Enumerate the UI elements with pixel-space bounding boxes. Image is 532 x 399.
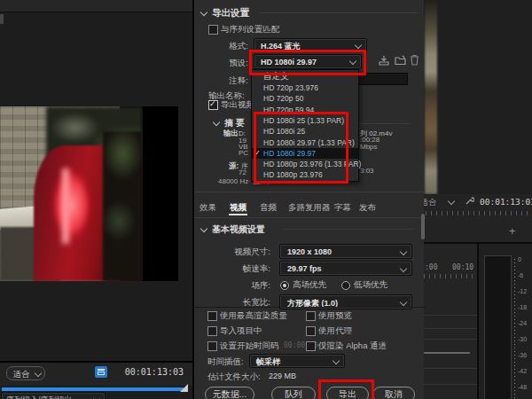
dialog-scrollbar[interactable]: [421, 214, 425, 239]
preset-menu-item-selected[interactable]: HD 1080i 29.97: [252, 148, 358, 159]
source-range-bar[interactable]: [2, 387, 184, 391]
chevron-down-icon: [400, 265, 407, 272]
preset-menu-item[interactable]: HD 1080p 23.976: [252, 169, 358, 180]
crop-icon-glyph: [98, 369, 105, 371]
audio-meter-panel: 0 -6 -12 -18 -24 -30 -36 -42 -48: [479, 244, 532, 399]
preset-menu-item[interactable]: 自定义: [252, 70, 358, 82]
metadata-button[interactable]: 元数据...: [205, 387, 254, 399]
use-previews-checkbox[interactable]: [306, 311, 316, 321]
cancel-button[interactable]: 取消: [372, 387, 415, 399]
framerate-label: 帧速率:: [217, 263, 270, 275]
crop-icon[interactable]: [95, 366, 107, 378]
tab-video[interactable]: 视频: [230, 202, 246, 214]
preset-menu-item[interactable]: HD 720p 59.94: [252, 105, 358, 115]
track-item[interactable]: [424, 352, 470, 354]
aspect-value: 方形像素 (1.0): [287, 298, 338, 309]
preset-menu-item[interactable]: HD 1080i 29.97 (1.33 PAR): [252, 137, 358, 148]
fit-dropdown[interactable]: 适合: [6, 366, 45, 380]
tab-publish[interactable]: 发布: [359, 202, 376, 214]
export-video-checkbox[interactable]: [208, 100, 218, 110]
field-order-label: 场序:: [217, 280, 270, 292]
dialog-title: 导出设置: [212, 7, 249, 20]
preset-dropdown[interactable]: HD 1080i 29.97: [254, 54, 362, 69]
tab-effects[interactable]: 效果: [200, 202, 216, 214]
chevron-down-icon: [35, 370, 42, 377]
preset-menu-item[interactable]: HD 1080p 23.976 (1.33 PAR): [252, 159, 358, 169]
import-project-label: 导入项目中: [220, 325, 262, 337]
add-marker-icon[interactable]: +: [509, 224, 516, 238]
video-size-label: 视频尺寸:: [217, 246, 270, 258]
tab-audio[interactable]: 音频: [260, 202, 277, 214]
chevron-down-icon: [448, 198, 455, 205]
import-preset-icon[interactable]: [395, 55, 406, 66]
framerate-dropdown[interactable]: 29.97 fps: [279, 261, 412, 276]
divider: [194, 217, 426, 218]
monitor-ruler[interactable]: [426, 211, 530, 215]
use-proxies-checkbox[interactable]: [306, 326, 316, 336]
track-divider: [424, 315, 478, 316]
preset-menu-item[interactable]: HD 1080i 25 (1.33 PAR): [252, 115, 358, 126]
framerate-value: 29.97 fps: [287, 264, 322, 273]
chevron-down-icon: [355, 42, 362, 49]
start-timecode-label: 设置开始时间码: [220, 340, 279, 352]
time-interp-label: 时间插值:: [207, 356, 244, 368]
preview-timecode: 00:01:13:03: [125, 367, 184, 377]
chevron-down-icon: [400, 299, 407, 306]
export-settings-dialog: 导出设置 与序列设置匹配 格式: H.264 蓝光 预设: HD 1080i 2…: [192, 0, 424, 399]
render-alpha-checkbox[interactable]: [306, 341, 316, 351]
divider: [258, 12, 418, 13]
video-size-value: 1920 x 1080: [287, 247, 332, 256]
use-previews-label: 使用预览: [318, 310, 352, 322]
summary-fragment: 3:03: [360, 167, 374, 175]
source-range-dropdown[interactable]: 序列切入/序列切出: [1, 392, 106, 399]
format-dropdown[interactable]: H.264 蓝光: [254, 38, 367, 52]
summary-title: 摘要: [224, 117, 247, 129]
timeline-ruler-label: :00: [425, 263, 437, 271]
import-project-checkbox[interactable]: [207, 326, 217, 336]
monitor-timecode: 00:01:13:03: [480, 197, 532, 207]
format-label: 格式:: [213, 41, 248, 52]
start-timecode-checkbox[interactable]: [207, 341, 217, 351]
meter-scale-label: 0: [518, 256, 521, 262]
program-monitor-video-sliver: [425, 0, 437, 194]
monitor-controls: 适合 00:01:13:03: [424, 194, 532, 208]
collapse-chevron-icon[interactable]: [200, 225, 207, 232]
preset-value: HD 1080i 29.97: [261, 58, 317, 66]
field-upper-radio[interactable]: [280, 281, 289, 290]
video-size-dropdown[interactable]: 1920 x 1080: [279, 244, 412, 259]
meter-scale-label: -48: [518, 384, 527, 390]
time-interp-dropdown[interactable]: 帧采样: [249, 354, 345, 368]
collapse-chevron-icon[interactable]: [213, 119, 220, 126]
max-quality-checkbox[interactable]: [207, 311, 217, 321]
filesize-value: 229 MB: [269, 372, 296, 380]
collapse-chevron-icon[interactable]: [200, 9, 207, 16]
field-lower-radio[interactable]: [341, 281, 350, 290]
tab-captions[interactable]: 字幕: [334, 202, 351, 214]
meter-scale-label: -42: [518, 368, 527, 374]
match-sequence-label: 与序列设置匹配: [221, 24, 280, 35]
field-upper-label: 高场优先: [293, 279, 326, 291]
preset-menu-item[interactable]: HD 720p 23.976: [252, 82, 358, 93]
export-button[interactable]: 导出: [326, 387, 369, 399]
field-lower-label: 低场优先: [354, 279, 387, 291]
meter-scale-label: -18: [518, 304, 527, 310]
timeline-ruler-ticks[interactable]: [424, 274, 478, 278]
export-video-label: 导出视频: [221, 99, 254, 111]
panel-tab-stub[interactable]: [0, 14, 4, 24]
source-range-label: 序列切入/序列切出: [6, 395, 73, 399]
summary-fragment: PC: [239, 149, 248, 157]
queue-button[interactable]: 队列: [271, 387, 316, 399]
filesize-label: 估计文件大小:: [207, 372, 261, 383]
delete-preset-icon[interactable]: [410, 54, 419, 66]
save-preset-icon[interactable]: [379, 55, 389, 66]
preview-panel-header: [0, 0, 192, 12]
preset-menu-item[interactable]: HD 720p 50: [252, 93, 358, 104]
crop-icon-glyph2: [98, 372, 105, 375]
match-sequence-checkbox[interactable]: [208, 25, 218, 35]
wrench-icon[interactable]: [465, 196, 474, 206]
preset-menu-item[interactable]: HD 1080i 25: [252, 126, 358, 137]
chevron-down-icon: [349, 58, 356, 65]
track-divider: [424, 384, 478, 385]
chevron-down-icon: [332, 357, 340, 364]
tab-multiplexer[interactable]: 多路复用器: [288, 202, 331, 214]
